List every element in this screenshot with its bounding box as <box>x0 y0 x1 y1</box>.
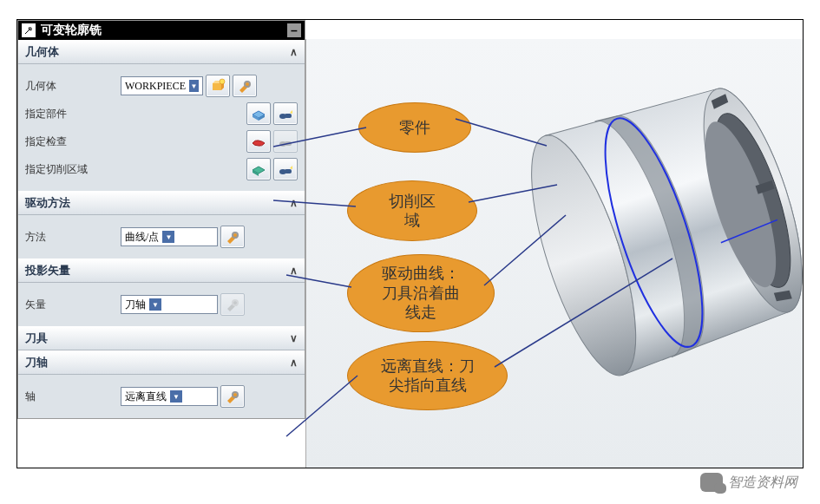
display-cut-area-button[interactable] <box>273 158 298 180</box>
section-tool-axis-header[interactable]: 刀轴 ∧ <box>18 350 305 375</box>
callout-away-line: 远离直线：刀 尖指向直线 <box>347 341 508 410</box>
app-frame: 可变轮廓铣 – 几何体 ∧ 几何体 WORKPIECE ▼ <box>16 19 804 468</box>
geometry-label: 几何体 <box>25 79 121 94</box>
geometry-value: WORKPIECE <box>125 80 186 93</box>
display-check-button <box>273 130 298 153</box>
watermark: 智造资料网 <box>700 473 797 492</box>
projection-vector-value: 刀轴 <box>125 298 146 312</box>
specify-part-button[interactable] <box>246 102 271 125</box>
minimize-button[interactable]: – <box>287 23 301 37</box>
section-geometry-body: 几何体 WORKPIECE ▼ 指定部件 <box>18 64 305 191</box>
section-tool-title: 刀具 <box>25 331 48 346</box>
svg-rect-0 <box>213 83 221 90</box>
edit-projection-button <box>220 293 245 316</box>
svg-point-3 <box>220 79 225 84</box>
specify-check-label: 指定检查 <box>25 134 121 149</box>
callout-drive-curve: 驱动曲线： 刀具沿着曲 线走 <box>347 254 495 332</box>
section-projection-header[interactable]: 投影矢量 ∧ <box>18 259 305 283</box>
callout-part: 零件 <box>358 102 471 153</box>
new-geometry-button[interactable] <box>206 75 230 97</box>
edit-tool-axis-button[interactable] <box>220 385 245 408</box>
specify-part-label: 指定部件 <box>25 107 121 121</box>
dropdown-arrow-icon: ▼ <box>149 298 161 311</box>
svg-rect-8 <box>285 141 292 146</box>
drive-method-value: 曲线/点 <box>125 230 159 245</box>
section-tool-axis-title: 刀轴 <box>25 355 48 370</box>
section-geometry-title: 几何体 <box>25 44 59 60</box>
dropdown-arrow-icon: ▼ <box>189 80 199 92</box>
svg-rect-6 <box>285 114 292 118</box>
dialog-titlebar: 可变轮廓铣 – <box>18 21 305 40</box>
section-drive-title: 驱动方法 <box>25 195 70 211</box>
drive-method-label: 方法 <box>25 230 121 245</box>
specify-cut-area-button[interactable] <box>246 158 271 180</box>
callout-part-text: 零件 <box>399 118 430 138</box>
callout-cut-area-text: 切削区 域 <box>389 192 436 231</box>
pin-icon[interactable] <box>22 23 36 37</box>
dropdown-arrow-icon: ▼ <box>170 390 182 403</box>
variable-contour-dialog: 可变轮廓铣 – 几何体 ∧ 几何体 WORKPIECE ▼ <box>17 20 305 419</box>
specify-cut-area-label: 指定切削区域 <box>25 162 121 177</box>
geometry-dropdown[interactable]: WORKPIECE ▼ <box>121 76 203 95</box>
drive-method-dropdown[interactable]: 曲线/点 ▼ <box>121 227 218 246</box>
callout-drive-curve-text: 驱动曲线： 刀具沿着曲 线走 <box>382 264 460 323</box>
section-tool-header[interactable]: 刀具 ∨ <box>18 326 305 350</box>
projection-vector-label: 矢量 <box>25 298 121 312</box>
projection-vector-dropdown[interactable]: 刀轴 ▼ <box>121 295 218 314</box>
watermark-text: 智造资料网 <box>728 474 797 492</box>
section-projection-body: 矢量 刀轴 ▼ <box>18 283 305 326</box>
section-geometry-header[interactable]: 几何体 ∧ <box>18 40 305 64</box>
callout-away-line-text: 远离直线：刀 尖指向直线 <box>381 357 475 396</box>
chevron-down-icon: ∨ <box>290 332 298 344</box>
dropdown-arrow-icon: ▼ <box>162 231 174 243</box>
tool-axis-dropdown[interactable]: 远离直线 ▼ <box>121 387 218 406</box>
specify-check-button[interactable] <box>246 130 271 153</box>
svg-rect-10 <box>285 169 292 173</box>
section-tool-axis-body: 轴 远离直线 ▼ <box>18 375 305 418</box>
chevron-up-icon: ∧ <box>290 46 298 58</box>
edit-geometry-button[interactable] <box>233 75 257 97</box>
chevron-up-icon: ∧ <box>290 265 298 277</box>
part-geometry <box>480 56 820 403</box>
dialog-title: 可变轮廓铣 <box>41 23 102 38</box>
display-part-button[interactable] <box>273 102 298 125</box>
section-drive-header[interactable]: 驱动方法 ∧ <box>18 191 305 215</box>
wechat-icon <box>700 473 723 492</box>
tool-axis-value: 远离直线 <box>125 389 167 404</box>
callout-cut-area: 切削区 域 <box>347 180 477 241</box>
section-drive-body: 方法 曲线/点 ▼ <box>18 215 305 259</box>
chevron-up-icon: ∧ <box>290 197 298 209</box>
chevron-up-icon: ∧ <box>290 357 298 369</box>
section-projection-title: 投影矢量 <box>25 263 70 278</box>
tool-axis-label: 轴 <box>25 389 121 404</box>
edit-drive-button[interactable] <box>220 226 245 248</box>
